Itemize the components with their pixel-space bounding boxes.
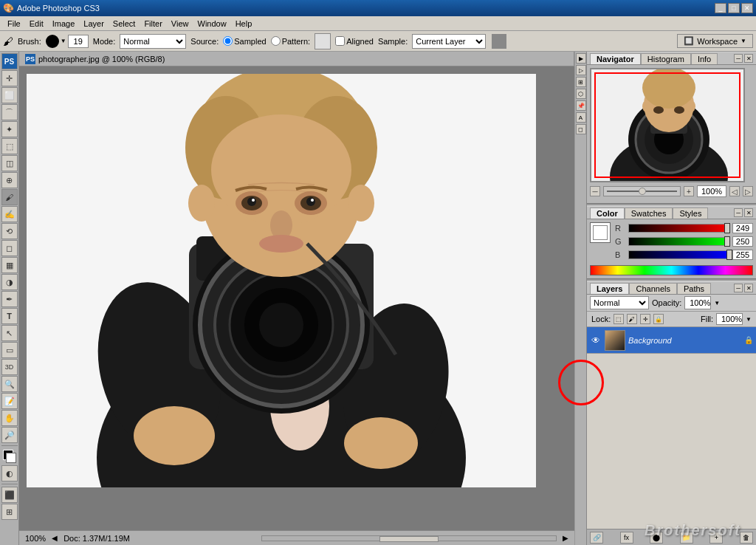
lock-brush-btn[interactable]: 🖌 <box>627 314 637 324</box>
layer-mask-btn[interactable]: ⬤ <box>650 532 663 544</box>
menu-select[interactable]: Select <box>109 18 140 29</box>
shapes-btn[interactable]: ◻ <box>576 124 586 134</box>
panel-toggle-btn[interactable]: ▶ <box>576 53 586 64</box>
sample-select[interactable]: Current Layer <box>412 34 486 49</box>
pattern-radio[interactable]: Pattern: <box>271 36 311 46</box>
menu-view[interactable]: View <box>167 18 193 29</box>
history-tool[interactable]: ⟲ <box>1 223 18 239</box>
lock-all-btn[interactable]: 🔒 <box>653 314 664 324</box>
lasso-tool[interactable]: ⌒ <box>1 104 18 120</box>
marquee-tool[interactable]: ⬜ <box>1 87 18 103</box>
minimize-button[interactable]: _ <box>715 3 726 13</box>
opacity-input[interactable] <box>684 296 711 309</box>
notes-tool[interactable]: 📝 <box>1 393 18 409</box>
move-tool[interactable]: ✛ <box>1 70 18 86</box>
magic-wand-tool[interactable]: ✦ <box>1 121 18 137</box>
menu-filter[interactable]: Filter <box>140 18 166 29</box>
brush-tool[interactable]: 🖌 <box>1 189 18 205</box>
tab-histogram[interactable]: Histogram <box>641 53 691 64</box>
r-channel-bar[interactable] <box>628 224 729 233</box>
tab-color[interactable]: Color <box>590 208 625 219</box>
color-minimize[interactable]: ─ <box>734 208 743 217</box>
crop-tool[interactable]: ⬚ <box>1 138 18 154</box>
zoom-fit-btn[interactable]: ◁ <box>729 186 740 196</box>
g-value-input[interactable]: 250 <box>732 236 753 247</box>
shape-tool[interactable]: ▭ <box>1 342 18 358</box>
layer-mode-select[interactable]: Normal <box>590 296 649 309</box>
status-nav-left[interactable]: ◀ <box>52 534 58 542</box>
gradient-tool[interactable]: ▦ <box>1 257 18 273</box>
type-tool[interactable]: T <box>1 308 18 324</box>
tab-navigator[interactable]: Navigator <box>590 53 641 64</box>
r-value-input[interactable]: 249 <box>732 223 753 233</box>
fill-arrow[interactable]: ▼ <box>746 316 752 323</box>
link-layers-btn[interactable]: 🔗 <box>590 532 603 544</box>
color-spectrum[interactable] <box>590 265 753 275</box>
clone-stamp-tool[interactable]: ✍ <box>1 206 18 222</box>
pen-tool[interactable]: ✒ <box>1 291 18 307</box>
maximize-button[interactable]: □ <box>728 3 740 13</box>
hand-tool[interactable]: ✋ <box>1 410 18 426</box>
eraser-tool[interactable]: ◻ <box>1 240 18 256</box>
3d-view-btn[interactable]: ⬡ <box>576 89 586 99</box>
brush-size-input[interactable]: 19 <box>68 35 89 48</box>
zoom-slider[interactable] <box>603 186 681 196</box>
new-layer-btn[interactable]: + <box>709 532 723 544</box>
sampled-radio[interactable]: Sampled <box>223 36 266 46</box>
delete-layer-btn[interactable]: 🗑 <box>740 532 753 544</box>
tab-swatches[interactable]: Swatches <box>625 208 673 219</box>
color-close[interactable]: ✕ <box>744 208 753 217</box>
color-picker[interactable] <box>1 448 18 465</box>
dodge-tool[interactable]: ◑ <box>1 274 18 290</box>
layer-visibility-toggle[interactable]: 👁 <box>590 335 602 346</box>
close-button[interactable]: ✕ <box>741 3 753 13</box>
canvas-wrapper[interactable] <box>19 66 574 530</box>
navigator-minimize[interactable]: ─ <box>734 54 743 63</box>
horizontal-scrollbar[interactable] <box>261 535 557 541</box>
g-channel-bar[interactable] <box>628 237 729 246</box>
navigator-close[interactable]: ✕ <box>744 54 753 63</box>
b-channel-bar[interactable] <box>628 250 729 259</box>
healing-tool[interactable]: ⊕ <box>1 172 18 188</box>
fill-input[interactable] <box>716 313 743 325</box>
opacity-arrow[interactable]: ▼ <box>714 300 720 306</box>
text-btn[interactable]: A <box>576 112 586 123</box>
quick-mask-tool[interactable]: ◐ <box>1 465 18 481</box>
scrollbar-thumb[interactable] <box>379 536 439 542</box>
brush-dropdown-arrow[interactable]: ▼ <box>61 38 66 44</box>
tab-layers[interactable]: Layers <box>590 283 629 294</box>
play-btn[interactable]: ▷ <box>576 65 586 75</box>
tab-styles[interactable]: Styles <box>673 208 708 219</box>
full-screen-tool[interactable]: ⊞ <box>1 504 18 520</box>
layer-style-btn[interactable]: fx <box>620 532 633 544</box>
clone-source-btn[interactable] <box>492 34 506 49</box>
path-selection-tool[interactable]: ↖ <box>1 325 18 341</box>
transform-btn[interactable]: ⊞ <box>576 77 586 87</box>
menu-help[interactable]: Help <box>231 18 257 29</box>
layer-row[interactable]: 👁 Background 🔒 <box>587 327 756 354</box>
menu-window[interactable]: Window <box>193 18 231 29</box>
zoom-out-btn[interactable]: ─ <box>590 186 600 196</box>
zoom-in-btn[interactable]: + <box>684 186 694 196</box>
zoom-value-input[interactable] <box>697 185 726 197</box>
tab-paths[interactable]: Paths <box>677 283 711 294</box>
b-value-input[interactable]: 255 <box>732 250 753 260</box>
menu-image[interactable]: Image <box>48 18 80 29</box>
canvas[interactable] <box>27 74 536 487</box>
tab-channels[interactable]: Channels <box>629 283 676 294</box>
zoom-full-btn[interactable]: ▷ <box>743 186 753 196</box>
lock-move-btn[interactable]: ✛ <box>640 314 650 324</box>
menu-edit[interactable]: Edit <box>25 18 48 29</box>
layers-close[interactable]: ✕ <box>744 284 753 292</box>
layers-minimize[interactable]: ─ <box>734 284 743 292</box>
tab-info[interactable]: Info <box>691 53 718 64</box>
menu-file[interactable]: File <box>3 18 25 29</box>
workspace-button[interactable]: 🔲 Workspace ▼ <box>677 34 753 48</box>
status-nav-right[interactable]: ▶ <box>563 534 568 542</box>
screen-mode-tool[interactable]: ⬛ <box>1 487 18 503</box>
foreground-color-swatch[interactable] <box>590 222 611 243</box>
mode-select[interactable]: Normal <box>120 34 186 49</box>
3d-tool[interactable]: 3D <box>1 359 18 375</box>
menu-layer[interactable]: Layer <box>79 18 109 29</box>
zoom-tool[interactable]: 🔎 <box>1 427 18 443</box>
